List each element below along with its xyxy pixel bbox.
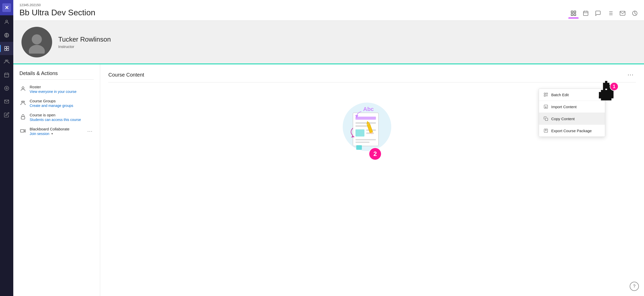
dropdown-menu: Batch Edit Import Content <box>539 89 605 137</box>
course-panel: Course Content ··· <box>100 64 644 296</box>
svg-rect-53 <box>544 93 545 94</box>
course-id: 12345.202150 <box>19 3 638 7</box>
join-session-link[interactable]: Join session <box>30 132 49 136</box>
svg-point-13 <box>6 88 7 89</box>
sidebar-item-user[interactable] <box>0 15 13 29</box>
svg-rect-18 <box>574 14 576 16</box>
svg-rect-17 <box>571 14 573 16</box>
svg-text:1: 1 <box>613 84 615 89</box>
dropdown-item-copy[interactable]: Copy Content <box>539 113 605 125</box>
sidebar-item-edit[interactable] <box>0 108 13 121</box>
svg-rect-62 <box>609 85 611 91</box>
svg-rect-46 <box>355 142 370 143</box>
svg-point-6 <box>5 60 7 61</box>
svg-rect-36 <box>20 130 24 132</box>
close-button[interactable]: ✕ <box>2 3 11 12</box>
svg-rect-57 <box>545 118 548 121</box>
profile-role: Instructor <box>58 44 111 49</box>
roster-icon <box>19 85 27 92</box>
header-nav <box>570 10 638 18</box>
import-label: Import Content <box>551 105 577 109</box>
svg-rect-52 <box>356 145 362 150</box>
page-title: Bb Ultra Dev Section <box>19 8 95 17</box>
collaborate-actions: Join session ▾ <box>30 132 83 136</box>
collaborate-item: Blackboard Collaborate Join session ▾ ··… <box>19 127 94 136</box>
main-content: 12345.202150 Bb Ultra Dev Section <box>13 0 644 296</box>
course-open-content: Course is open Students can access this … <box>30 113 81 122</box>
sidebar-item-messages[interactable] <box>0 82 13 95</box>
nav-icon-list[interactable] <box>607 10 613 18</box>
copy-icon <box>544 116 548 121</box>
collaborate-content: Blackboard Collaborate Join session ▾ <box>30 127 83 136</box>
svg-point-32 <box>22 87 24 89</box>
avatar <box>21 27 52 57</box>
collaborate-more-button[interactable]: ··· <box>86 129 94 134</box>
details-panel-title: Details & Actions <box>19 70 94 80</box>
svg-point-30 <box>32 34 42 44</box>
course-access-link[interactable]: Students can access this course <box>30 118 81 122</box>
import-icon <box>544 104 548 109</box>
svg-point-33 <box>21 101 23 103</box>
course-panel-title: Course Content <box>108 72 144 78</box>
sidebar-item-globe[interactable] <box>0 29 13 42</box>
profile-name: Tucker Rowlinson <box>58 35 111 43</box>
nav-icon-analytics[interactable] <box>632 10 638 18</box>
roster-link[interactable]: View everyone in your course <box>30 90 76 94</box>
details-panel: Details & Actions Roster View everyone i… <box>13 64 100 296</box>
groups-link[interactable]: Create and manage groups <box>30 104 73 108</box>
course-illustration-svg: Abc <box>339 99 405 155</box>
svg-rect-16 <box>574 11 576 13</box>
svg-rect-5 <box>7 49 9 51</box>
profile-section: Tucker Rowlinson Instructor <box>13 21 644 64</box>
svg-point-68 <box>610 82 618 91</box>
nav-icon-grid[interactable] <box>570 10 577 18</box>
svg-point-31 <box>29 45 45 54</box>
sidebar-item-calendar[interactable] <box>0 68 13 82</box>
dropdown-item-export[interactable]: Export Course Package <box>539 125 605 137</box>
nav-icon-mail[interactable] <box>619 10 626 18</box>
export-icon <box>544 128 548 133</box>
svg-rect-4 <box>5 49 6 51</box>
export-label: Export Course Package <box>551 129 592 133</box>
sidebar-item-groups[interactable] <box>0 55 13 68</box>
course-panel-header: Course Content ··· <box>108 70 636 79</box>
svg-point-7 <box>7 60 8 61</box>
nav-icon-calendar[interactable] <box>583 10 589 18</box>
sidebar-item-mail[interactable] <box>0 95 13 108</box>
svg-point-0 <box>6 20 7 22</box>
profile-info: Tucker Rowlinson Instructor <box>58 35 111 49</box>
svg-rect-40 <box>355 122 376 124</box>
svg-rect-39 <box>355 117 376 120</box>
groups-content: Course Groups Create and manage groups <box>30 99 73 108</box>
groups-item: Course Groups Create and manage groups <box>19 99 94 108</box>
svg-rect-61 <box>607 83 609 90</box>
svg-text:Abc: Abc <box>363 106 374 112</box>
nav-icons <box>570 10 638 18</box>
svg-rect-15 <box>571 11 573 13</box>
svg-rect-42 <box>355 129 364 137</box>
svg-rect-35 <box>21 117 25 119</box>
svg-point-34 <box>23 101 25 103</box>
sidebar-item-courses[interactable] <box>0 42 13 55</box>
svg-point-12 <box>5 86 9 91</box>
dropdown-item-batch-edit[interactable]: Batch Edit <box>539 89 605 101</box>
svg-rect-54 <box>546 93 548 94</box>
course-open-label: Course is open <box>30 113 81 117</box>
groups-icon <box>19 99 27 106</box>
svg-rect-8 <box>5 73 9 77</box>
nav-icon-chat[interactable] <box>595 10 601 18</box>
roster-label: Roster <box>30 85 76 89</box>
collaborate-label: Blackboard Collaborate <box>30 127 83 131</box>
dropdown-item-import[interactable]: Import Content <box>539 101 605 113</box>
video-icon <box>19 127 27 134</box>
roster-content: Roster View everyone in your course <box>30 85 76 94</box>
help-button[interactable]: ? <box>630 282 639 291</box>
svg-rect-19 <box>583 11 588 16</box>
svg-rect-55 <box>544 95 545 96</box>
svg-rect-45 <box>355 139 376 140</box>
course-more-button[interactable]: ··· <box>626 70 636 79</box>
sidebar-header: ✕ <box>0 0 13 15</box>
join-dropdown-arrow[interactable]: ▾ <box>51 132 53 135</box>
copy-label: Copy Content <box>551 117 575 121</box>
groups-label: Course Groups <box>30 99 73 103</box>
